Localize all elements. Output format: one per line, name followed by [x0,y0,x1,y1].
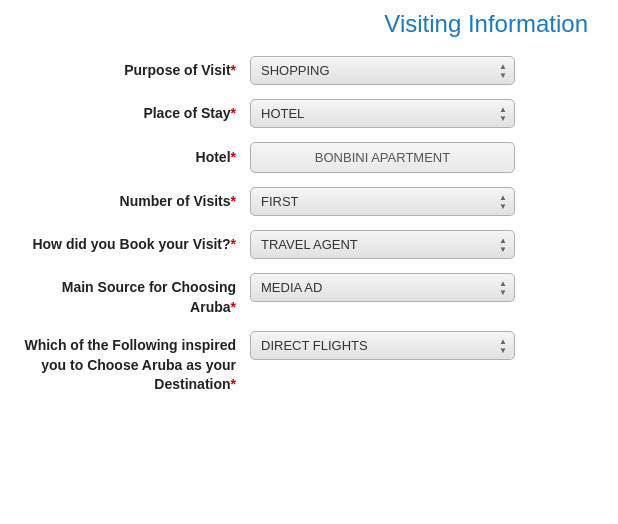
select-wrapper-purpose: SHOPPING VACATION BUSINESS OTHER [250,56,515,85]
label-booking: How did you Book your Visit?* [20,230,250,255]
label-hotel: Hotel* [20,148,250,168]
required-marker: * [231,149,236,165]
label-purpose: Purpose of Visit* [20,61,250,81]
select-wrapper-source: MEDIA AD INTERNET FRIENDS OTHER [250,273,515,302]
how-booked-select[interactable]: TRAVEL AGENT INTERNET DIRECT OTHER [250,230,515,259]
required-marker: * [231,299,236,315]
main-source-select[interactable]: MEDIA AD INTERNET FRIENDS OTHER [250,273,515,302]
required-marker: * [231,105,236,121]
control-hotel: BONBINI APARTMENT [250,142,598,173]
label-inspired: Which of the Following inspired you to C… [20,331,250,395]
page-title: Visiting Information [20,10,598,38]
label-source: Main Source for Choosing Aruba* [20,273,250,317]
form-row-visits: Number of Visits* FIRST SECOND THIRD FOU… [20,187,598,216]
select-wrapper-booking: TRAVEL AGENT INTERNET DIRECT OTHER [250,230,515,259]
label-place: Place of Stay* [20,104,250,124]
required-marker: * [231,236,236,252]
place-of-stay-select[interactable]: HOTEL APARTMENT HOSTEL OTHER [250,99,515,128]
control-purpose: SHOPPING VACATION BUSINESS OTHER [250,56,598,85]
control-source: MEDIA AD INTERNET FRIENDS OTHER [250,273,598,302]
form-row-inspired: Which of the Following inspired you to C… [20,331,598,395]
control-visits: FIRST SECOND THIRD FOURTH OR MORE [250,187,598,216]
purpose-of-visit-select[interactable]: SHOPPING VACATION BUSINESS OTHER [250,56,515,85]
select-wrapper-place: HOTEL APARTMENT HOSTEL OTHER [250,99,515,128]
number-of-visits-select[interactable]: FIRST SECOND THIRD FOURTH OR MORE [250,187,515,216]
control-inspired: DIRECT FLIGHTS BEACHES WEATHER SAFETY OT… [250,331,598,360]
form-row-hotel: Hotel* BONBINI APARTMENT [20,142,598,173]
control-place: HOTEL APARTMENT HOSTEL OTHER [250,99,598,128]
required-marker: * [231,376,236,392]
control-booking: TRAVEL AGENT INTERNET DIRECT OTHER [250,230,598,259]
required-marker: * [231,62,236,78]
hotel-display: BONBINI APARTMENT [250,142,515,173]
select-wrapper-visits: FIRST SECOND THIRD FOURTH OR MORE [250,187,515,216]
required-marker: * [231,193,236,209]
inspired-by-select[interactable]: DIRECT FLIGHTS BEACHES WEATHER SAFETY OT… [250,331,515,360]
label-visits: Number of Visits* [20,192,250,212]
form-row-source: Main Source for Choosing Aruba* MEDIA AD… [20,273,598,317]
page-container: Visiting Information Purpose of Visit* S… [0,0,618,429]
form-row-purpose: Purpose of Visit* SHOPPING VACATION BUSI… [20,56,598,85]
select-wrapper-inspired: DIRECT FLIGHTS BEACHES WEATHER SAFETY OT… [250,331,515,360]
form-row-booking: How did you Book your Visit?* TRAVEL AGE… [20,230,598,259]
form-row-place: Place of Stay* HOTEL APARTMENT HOSTEL OT… [20,99,598,128]
